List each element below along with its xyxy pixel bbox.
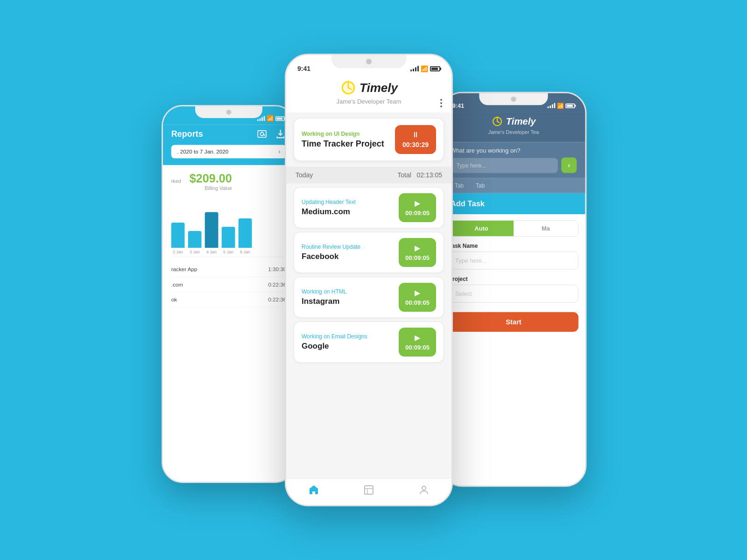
- c-signal-1: [410, 70, 412, 71]
- auto-mode-button[interactable]: Auto: [449, 221, 514, 236]
- project-field: Project Select: [449, 276, 578, 303]
- status-icons-left: 📶: [257, 115, 284, 122]
- billing-value-col: $209.00 Billing Value: [190, 172, 232, 191]
- dot-1: [440, 99, 442, 101]
- pause-button[interactable]: ⏸ 00:30:29: [395, 125, 436, 154]
- task-name-field: Task Name Type here...: [449, 243, 578, 270]
- signal-bar-2: [260, 119, 261, 121]
- phone-center-content: 9:41 📶: [286, 55, 451, 505]
- date-range-row[interactable]: . 2020 to 7 Jan. 2020 ›: [171, 145, 287, 159]
- bottom-nav: [286, 478, 451, 505]
- task-card-1: Updating Header Text Medium.com ▶ 00:09:…: [294, 187, 444, 228]
- task-info-2: Routine Review Update Facebook: [302, 244, 399, 261]
- bar-2: [188, 231, 202, 248]
- c-signal-4: [417, 66, 419, 71]
- r-signal-3: [552, 104, 553, 108]
- dot-3: [440, 105, 442, 107]
- more-menu-button[interactable]: [440, 99, 442, 107]
- email-icon[interactable]: [256, 128, 268, 140]
- play-icon-3: ▶: [415, 288, 420, 297]
- status-time-right: 9:41: [452, 102, 464, 109]
- project-placeholder: Select: [455, 290, 472, 297]
- right-app-logo: Timely: [491, 115, 536, 127]
- task-name-3: Instagram: [302, 297, 399, 306]
- task-card-4: Working on Email Designs Google ▶ 00:09:…: [294, 322, 444, 363]
- bar-group-1: 2 Jan: [171, 223, 185, 254]
- profile-icon: [418, 484, 430, 496]
- team-name-right: Jame's Developer Tea: [488, 129, 539, 135]
- task-category-2: Routine Review Update: [302, 244, 399, 250]
- bar-label-5: 6 Jan: [240, 250, 250, 254]
- manual-mode-label: Ma: [542, 225, 550, 232]
- bar-label-3: 4 Jan: [206, 250, 217, 254]
- start-button[interactable]: Start: [449, 312, 578, 332]
- search-section: What are you working on? Type here... ›: [442, 142, 585, 178]
- start-button-label: Start: [506, 318, 521, 326]
- nav-home[interactable]: [308, 484, 319, 496]
- reports-list: racker App 1:30:30 .com 0:22:36 ok 0:22:…: [171, 257, 287, 308]
- nav-profile[interactable]: [418, 484, 430, 496]
- r-signal-2: [550, 105, 551, 108]
- search-input[interactable]: Type here...: [451, 158, 558, 173]
- project-select[interactable]: Select: [449, 285, 578, 303]
- app-header-center: Timely Jame's Developer Team: [286, 76, 451, 112]
- bar-label-2: 3 Jan: [190, 250, 200, 254]
- status-time-center: 9:41: [297, 65, 310, 72]
- svg-rect-5: [365, 486, 373, 494]
- billing-sublabel: Billing Value: [204, 185, 232, 191]
- total-time: 02:13:05: [417, 171, 443, 179]
- task-card-3: Working on HTML Instagram ▶ 00:09:05: [294, 277, 444, 318]
- battery-fill-right: [567, 105, 573, 107]
- search-placeholder: Type here...: [457, 162, 486, 168]
- svg-point-10: [497, 117, 498, 118]
- play-button-1[interactable]: ▶ 00:09:05: [399, 193, 436, 222]
- task-time-1: 00:09:05: [405, 210, 430, 217]
- tab-bar-right: Tab Tab: [442, 178, 585, 193]
- list-item-2: .com 0:22:36: [171, 277, 287, 292]
- notch-camera-center: [366, 59, 372, 64]
- total-label: Total: [397, 171, 411, 179]
- manual-mode-button[interactable]: Ma: [514, 221, 578, 236]
- timeline-icon: [363, 484, 374, 496]
- play-button-4[interactable]: ▶ 00:09:05: [399, 328, 436, 357]
- reports-header-icons: [256, 128, 287, 140]
- status-icons-center: 📶: [410, 65, 440, 72]
- phone-right: 9:41 📶: [441, 92, 587, 487]
- auto-mode-label: Auto: [474, 225, 488, 232]
- bar-group-3: 4 Jan: [205, 212, 218, 254]
- bar-chart: 2 Jan 3 Jan 4 Jan 5 Jan: [171, 204, 287, 254]
- bar-label-1: 2 Jan: [173, 250, 183, 254]
- pause-icon: ⏸: [412, 131, 419, 139]
- c-signal-3: [415, 67, 416, 71]
- add-task-title: Add Task: [451, 199, 485, 208]
- play-icon-1: ▶: [415, 199, 420, 208]
- today-label: Today: [296, 171, 313, 179]
- task-list: Updating Header Text Medium.com ▶ 00:09:…: [286, 183, 451, 478]
- task-time-4: 00:09:05: [405, 344, 430, 351]
- nav-timeline[interactable]: [363, 484, 374, 496]
- bar-4: [222, 227, 235, 248]
- list-time-3: 0:22:36: [268, 296, 286, 303]
- task-name-2: Facebook: [302, 252, 399, 261]
- task-card-2: Routine Review Update Facebook ▶ 00:09:0…: [294, 232, 444, 273]
- play-button-2[interactable]: ▶ 00:09:05: [399, 238, 436, 267]
- reports-title-row: Reports: [171, 128, 287, 140]
- task-name-placeholder: Type here...: [455, 257, 487, 264]
- tab-item-2[interactable]: Tab: [470, 178, 491, 193]
- date-range-text: . 2020 to 7 Jan. 2020: [177, 148, 228, 155]
- project-label: Project: [449, 276, 578, 282]
- signal-bar-1: [257, 119, 259, 121]
- c-signal-2: [413, 69, 414, 71]
- phone-center: 9:41 📶: [285, 54, 453, 506]
- team-name-center: Jame's Developer Team: [337, 98, 402, 105]
- svg-point-4: [347, 81, 350, 83]
- timer-task: Time Tracker Project: [302, 139, 395, 149]
- play-button-3[interactable]: ▶ 00:09:05: [399, 283, 436, 312]
- r-signal-4: [554, 103, 555, 108]
- svg-rect-0: [258, 131, 266, 137]
- search-question: What are you working on?: [451, 147, 577, 154]
- search-go-button[interactable]: ›: [561, 158, 577, 173]
- task-name-input[interactable]: Type here...: [449, 252, 578, 270]
- status-icons-right: 📶: [548, 102, 575, 109]
- play-icon-4: ▶: [415, 333, 420, 342]
